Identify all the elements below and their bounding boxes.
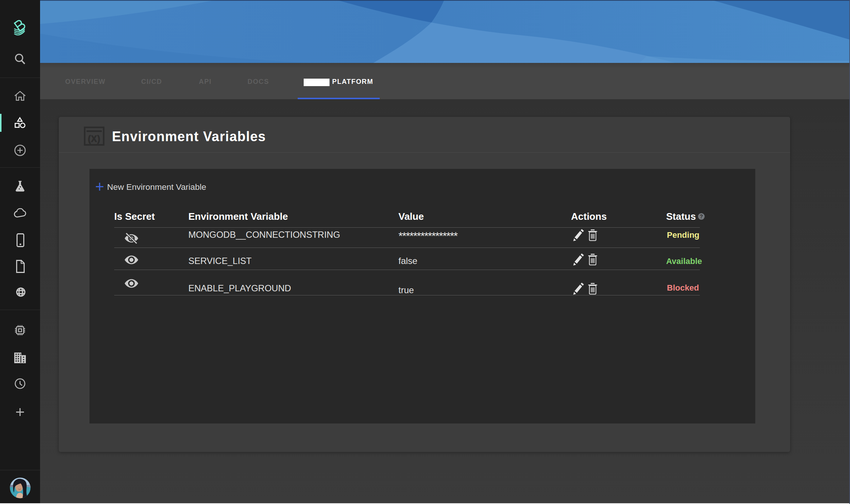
svg-text:(X): (X) — [88, 134, 101, 144]
svg-text:?: ? — [700, 213, 703, 219]
